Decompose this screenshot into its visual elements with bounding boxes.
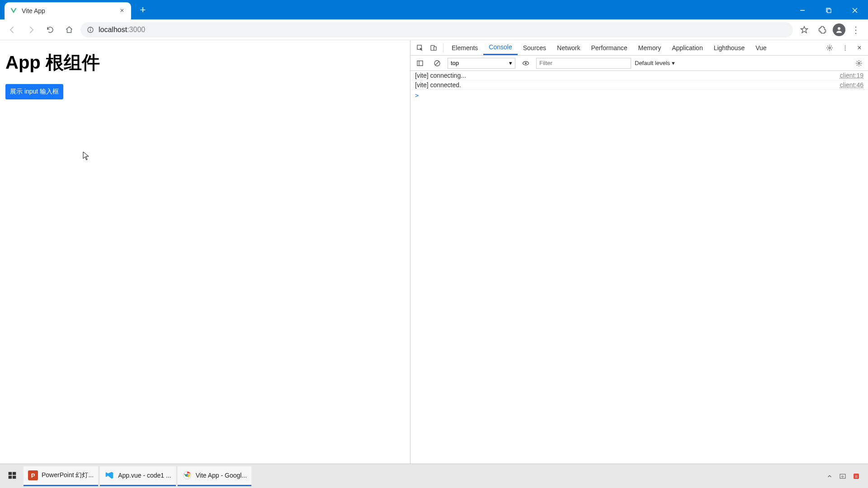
tab-memory[interactable]: Memory bbox=[633, 40, 667, 55]
console-line: [vite] connected. client:46 bbox=[410, 80, 868, 90]
forward-button[interactable] bbox=[24, 22, 39, 38]
svg-marker-0 bbox=[10, 8, 16, 13]
chevron-down-icon: ▾ bbox=[672, 60, 675, 66]
page-content: App 根组件 展示 input 输入框 bbox=[0, 40, 410, 464]
powerpoint-icon: P bbox=[28, 470, 38, 480]
log-levels-select[interactable]: Default levels ▾ bbox=[635, 60, 675, 66]
tray-chevron-icon[interactable] bbox=[826, 473, 833, 479]
profile-button[interactable] bbox=[833, 23, 845, 36]
taskbar-app-vscode[interactable]: App.vue - code1 ... bbox=[100, 466, 176, 486]
context-value: top bbox=[451, 60, 459, 66]
svg-point-13 bbox=[829, 47, 830, 49]
tray-app-icon[interactable]: S bbox=[853, 473, 860, 480]
minimize-button[interactable] bbox=[789, 1, 816, 19]
chevron-down-icon: ▾ bbox=[509, 60, 512, 66]
new-tab-button[interactable]: + bbox=[136, 3, 150, 18]
tab-elements[interactable]: Elements bbox=[446, 40, 483, 55]
maximize-button[interactable] bbox=[816, 1, 842, 19]
console-sidebar-icon[interactable] bbox=[413, 60, 427, 67]
tab-sources[interactable]: Sources bbox=[518, 40, 552, 55]
chrome-menu-button[interactable]: ⋮ bbox=[848, 22, 863, 38]
device-toolbar-icon[interactable] bbox=[427, 40, 440, 55]
taskbar-app-chrome[interactable]: Vite App - Googl... bbox=[178, 466, 251, 486]
svg-line-17 bbox=[435, 61, 439, 65]
vscode-icon bbox=[104, 470, 114, 480]
devtools-settings-icon[interactable] bbox=[823, 44, 836, 52]
svg-point-8 bbox=[90, 28, 91, 28]
tab-performance[interactable]: Performance bbox=[585, 40, 632, 55]
chrome-icon bbox=[182, 470, 192, 480]
back-button[interactable] bbox=[5, 22, 20, 38]
svg-rect-22 bbox=[9, 476, 12, 479]
inspect-element-icon[interactable] bbox=[413, 40, 427, 55]
vue-icon bbox=[10, 7, 17, 14]
live-expression-icon[interactable] bbox=[519, 60, 533, 67]
console-prompt[interactable]: > bbox=[410, 90, 868, 101]
console-line: [vite] connecting... client:19 bbox=[410, 71, 868, 80]
taskbar-label: PowerPoint 幻灯... bbox=[42, 471, 94, 479]
svg-text:S: S bbox=[855, 474, 857, 479]
tab-title: Vite App bbox=[22, 7, 114, 14]
console-output: [vite] connecting... client:19 [vite] co… bbox=[410, 71, 868, 101]
tab-vue[interactable]: Vue bbox=[750, 40, 772, 55]
browser-tab-strip: Vite App × + bbox=[0, 0, 868, 19]
devtools-panel: Elements Console Sources Network Perform… bbox=[410, 40, 868, 464]
source-link[interactable]: client:19 bbox=[840, 72, 863, 79]
bookmark-button[interactable] bbox=[797, 22, 812, 38]
browser-tab[interactable]: Vite App × bbox=[5, 2, 131, 19]
url-input[interactable]: localhost:3000 bbox=[80, 22, 793, 38]
svg-rect-23 bbox=[13, 476, 16, 479]
close-icon[interactable]: × bbox=[118, 7, 126, 14]
show-input-button[interactable]: 展示 input 输入框 bbox=[5, 84, 63, 99]
windows-icon bbox=[7, 470, 17, 480]
svg-point-19 bbox=[858, 62, 860, 64]
tab-network[interactable]: Network bbox=[552, 40, 585, 55]
devtools-tab-bar: Elements Console Sources Network Perform… bbox=[410, 40, 868, 56]
tab-console[interactable]: Console bbox=[483, 40, 517, 55]
url-text: localhost:3000 bbox=[99, 26, 145, 34]
page-heading: App 根组件 bbox=[5, 50, 405, 75]
reload-button[interactable] bbox=[42, 22, 58, 38]
svg-point-9 bbox=[838, 27, 840, 30]
svg-text:中: 中 bbox=[841, 475, 844, 478]
window-close-button[interactable] bbox=[842, 1, 868, 19]
taskbar-label: Vite App - Googl... bbox=[196, 472, 247, 479]
tray-ime-icon[interactable]: 中 bbox=[839, 473, 846, 480]
svg-rect-20 bbox=[9, 472, 12, 475]
taskbar: P PowerPoint 幻灯... App.vue - code1 ... V… bbox=[0, 464, 868, 488]
system-tray: 中 S bbox=[826, 473, 865, 480]
start-button[interactable] bbox=[3, 466, 22, 486]
extensions-button[interactable] bbox=[815, 22, 830, 38]
tab-lighthouse[interactable]: Lighthouse bbox=[708, 40, 750, 55]
svg-rect-3 bbox=[827, 9, 831, 13]
svg-rect-12 bbox=[434, 47, 436, 50]
taskbar-label: App.vue - code1 ... bbox=[118, 472, 171, 479]
devtools-close-icon[interactable]: × bbox=[854, 44, 865, 52]
taskbar-app-powerpoint[interactable]: P PowerPoint 幻灯... bbox=[24, 466, 98, 486]
context-select[interactable]: top ▾ bbox=[448, 58, 515, 69]
devtools-menu-icon[interactable]: ⋮ bbox=[838, 44, 852, 51]
cursor-icon bbox=[83, 151, 89, 160]
console-toolbar: top ▾ Default levels ▾ bbox=[410, 56, 868, 71]
filter-input[interactable] bbox=[536, 58, 631, 69]
console-settings-icon[interactable] bbox=[853, 60, 865, 67]
svg-rect-14 bbox=[417, 61, 423, 66]
tab-application[interactable]: Application bbox=[666, 40, 708, 55]
svg-rect-21 bbox=[13, 472, 16, 475]
clear-console-icon[interactable] bbox=[430, 60, 444, 67]
svg-point-18 bbox=[525, 62, 527, 64]
source-link[interactable]: client:46 bbox=[840, 81, 863, 89]
home-button[interactable] bbox=[61, 22, 77, 38]
address-bar: localhost:3000 ⋮ bbox=[0, 19, 868, 40]
info-icon bbox=[87, 26, 94, 33]
window-controls bbox=[789, 1, 868, 19]
